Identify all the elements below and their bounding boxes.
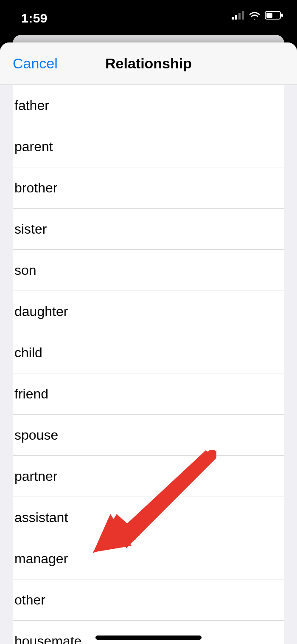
list-container: fatherparentbrothersistersondaughterchil…	[0, 85, 297, 644]
svg-rect-0	[232, 17, 234, 20]
relationship-label: parent	[14, 139, 53, 155]
home-indicator[interactable]	[95, 636, 202, 640]
cancel-button[interactable]: Cancel	[13, 42, 58, 85]
relationship-row-sister[interactable]: sister	[13, 209, 284, 250]
relationship-row-son[interactable]: son	[13, 250, 284, 291]
relationship-row-spouse[interactable]: spouse	[13, 415, 284, 456]
svg-rect-3	[242, 11, 244, 20]
relationship-label: sister	[14, 221, 47, 237]
relationship-label: friend	[14, 386, 48, 402]
modal-sheet: Cancel Relationship fatherparentbrothers…	[0, 42, 297, 644]
relationship-row-housemate[interactable]: housemate	[13, 621, 284, 644]
status-indicators	[232, 11, 283, 20]
relationship-row-other[interactable]: other	[13, 579, 284, 621]
relationship-label: daughter	[14, 304, 68, 319]
relationship-label: other	[14, 592, 45, 608]
svg-rect-6	[281, 14, 283, 17]
relationship-label: partner	[14, 469, 57, 484]
relationship-label: child	[14, 345, 42, 361]
relationship-row-child[interactable]: child	[13, 332, 284, 373]
relationship-label: father	[14, 98, 49, 113]
relationship-label: son	[14, 263, 36, 278]
battery-icon	[265, 11, 283, 20]
svg-rect-1	[235, 15, 237, 20]
relationship-label: manager	[14, 551, 68, 567]
wifi-icon	[249, 11, 261, 20]
relationship-label: spouse	[14, 427, 58, 443]
signal-icon	[232, 11, 244, 20]
relationship-row-brother[interactable]: brother	[13, 167, 284, 209]
relationship-label: assistant	[14, 510, 68, 525]
svg-rect-2	[238, 13, 241, 20]
relationship-row-father[interactable]: father	[13, 85, 284, 126]
relationship-label: brother	[14, 180, 57, 196]
status-bar: 1:59	[0, 0, 297, 35]
relationship-row-manager[interactable]: manager	[13, 538, 284, 579]
relationship-label: housemate	[14, 633, 81, 644]
page-title: Relationship	[105, 55, 192, 72]
status-time: 1:59	[21, 11, 48, 25]
relationship-list: fatherparentbrothersistersondaughterchil…	[13, 85, 284, 644]
relationship-row-daughter[interactable]: daughter	[13, 291, 284, 332]
relationship-row-friend[interactable]: friend	[13, 373, 284, 415]
nav-bar: Cancel Relationship	[0, 42, 297, 85]
relationship-row-partner[interactable]: partner	[13, 456, 284, 497]
relationship-row-assistant[interactable]: assistant	[13, 497, 284, 538]
relationship-row-parent[interactable]: parent	[13, 126, 284, 167]
svg-rect-5	[266, 13, 272, 18]
